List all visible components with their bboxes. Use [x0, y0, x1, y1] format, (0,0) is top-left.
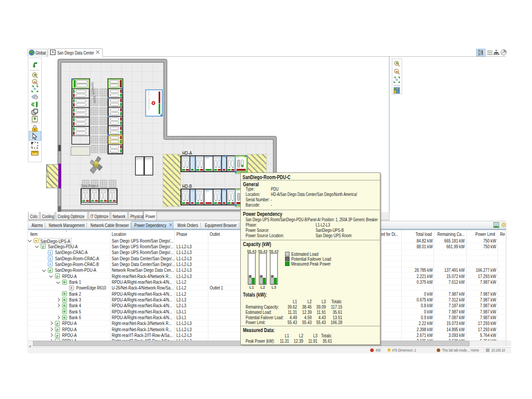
svg-text:55.43: 55.43 [258, 249, 267, 254]
svg-text:L3: L3 [271, 285, 276, 289]
svg-text:L1: L1 [249, 285, 254, 289]
svg-text:HD-B: HD-B [182, 184, 192, 189]
svg-text:L2: L2 [260, 285, 265, 289]
svg-text:55.43: 55.43 [269, 249, 278, 254]
svg-text:55.43: 55.43 [247, 249, 256, 254]
svg-text:Dev-Row-A: Dev-Row-A [81, 183, 99, 188]
svg-text:SanDiego-Room-UPS-B: SanDiego-Room-UPS-B [148, 91, 150, 110]
svg-text:HD-A: HD-A [182, 150, 192, 156]
